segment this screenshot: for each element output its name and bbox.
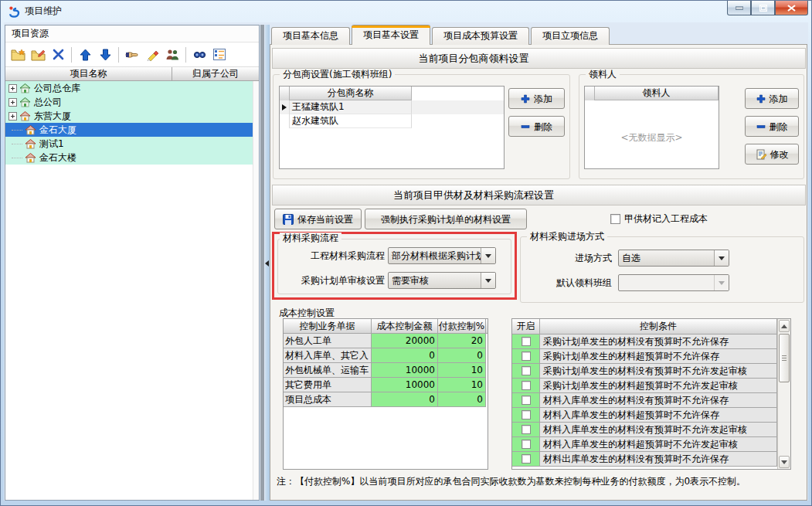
minimize-button[interactable] [727, 1, 751, 15]
tree-item[interactable]: 金石大楼 [5, 151, 253, 165]
users-icon[interactable] [162, 45, 182, 65]
condition-checkbox[interactable] [522, 410, 531, 419]
picker-table: 领料人 <无数据显示> [584, 86, 719, 169]
app-icon [8, 5, 20, 18]
flow-dropdown-0[interactable]: 部分材料根据采购计划 [388, 247, 496, 264]
tab-1[interactable]: 项目基本设置 [352, 25, 430, 45]
condition-checkbox[interactable] [522, 381, 531, 390]
toolbar-separator [71, 47, 72, 63]
cost-row[interactable]: 外包人工单2000020 [284, 334, 488, 348]
entry-dropdown-0[interactable]: 自选 [618, 250, 729, 267]
cost-doc-cell: 外包人工单 [284, 334, 372, 348]
cost-amount-cell[interactable]: 20000 [372, 334, 438, 348]
cost-amount-cell[interactable]: 10000 [372, 378, 438, 392]
cost-amount-cell[interactable]: 0 [372, 392, 438, 407]
flow-dropdown-1[interactable]: 需要审核 [388, 272, 496, 289]
subcontractor-row[interactable]: 王猛建筑队1 [280, 100, 504, 114]
move-up-icon[interactable] [75, 45, 95, 65]
picker-add-button[interactable]: 添加 [745, 88, 799, 109]
cost-col-pct: 付款控制% [438, 319, 486, 333]
expand-icon[interactable] [8, 98, 17, 107]
cost-pct-cell[interactable]: 10 [438, 363, 486, 378]
erase-edit-icon[interactable] [142, 45, 162, 65]
condition-row: 材料入库单发生的材料没有预算时不允许保存 [512, 393, 790, 408]
plus-icon [756, 94, 766, 104]
cost-col-amount: 成本控制金额 [372, 319, 438, 333]
tree-item[interactable]: 金石大厦 [5, 123, 253, 137]
condition-checkbox[interactable] [522, 425, 531, 434]
cost-doc-cell: 项目总成本 [284, 392, 372, 407]
select-hand-icon[interactable] [122, 45, 142, 65]
edit-folder-icon[interactable] [28, 45, 48, 65]
cost-amount-cell[interactable]: 10000 [372, 363, 438, 378]
picker-modify-button[interactable]: 修改 [745, 144, 799, 165]
tree-scroll-strip[interactable] [253, 81, 259, 500]
cost-row[interactable]: 其它费用单1000010 [284, 378, 488, 392]
tab-3[interactable]: 项目立项信息 [531, 27, 610, 45]
search-icon[interactable] [189, 45, 209, 65]
conditions-scrollbar[interactable] [777, 319, 790, 469]
condition-text: 材料入库单发生的材料超预算时不允许保存 [540, 408, 777, 423]
owner-material-cost-checkbox-row: 甲供材记入工程成本 [610, 212, 708, 226]
tab-2[interactable]: 项目成本预算设置 [432, 27, 529, 45]
tree-item[interactable]: 测试1 [5, 137, 253, 151]
condition-checkbox[interactable] [522, 366, 531, 375]
condition-text: 采购计划单发生的材料超预算时不允许保存 [540, 349, 777, 364]
subcontractor-group: 分包商设置(施工领料班组) 分包商名称 王猛建筑队1赵水建筑队 添加 [273, 74, 570, 179]
view-list-icon[interactable] [209, 45, 229, 65]
subcontractor-add-button[interactable]: 添加 [508, 88, 565, 109]
cost-amount-cell[interactable]: 0 [372, 348, 438, 363]
project-resource-panel: 项目资源 项目名称 归属子公司 公司总仓库总公司东营大厦金石大厦测试1金石大楼 [5, 25, 260, 501]
expand-icon[interactable] [8, 112, 17, 121]
condition-checkbox[interactable] [522, 337, 531, 346]
cost-pct-cell[interactable]: 20 [438, 334, 486, 348]
close-button[interactable] [775, 1, 808, 15]
dropdown-arrow-icon[interactable] [481, 273, 495, 288]
cost-row[interactable]: 项目总成本00 [284, 392, 488, 407]
entry-dropdown-1[interactable] [618, 274, 729, 291]
condition-row: 采购计划单发生的材料没有预算时不允许保存 [512, 335, 790, 349]
owner-material-cost-checkbox[interactable] [610, 214, 620, 224]
condition-text: 采购计划单发生的材料没有预算时不允许保存 [540, 335, 777, 349]
picker-delete-button[interactable]: 删除 [745, 116, 799, 137]
tree-item[interactable]: 总公司 [5, 95, 253, 109]
scroll-down-icon[interactable] [779, 456, 790, 468]
cond-col-condition: 控制条件 [540, 319, 777, 334]
cond-col-on: 开启 [512, 319, 540, 334]
tree-item[interactable]: 公司总仓库 [5, 81, 253, 95]
condition-checkbox[interactable] [522, 440, 531, 449]
subcontractor-row[interactable]: 赵水建筑队 [280, 114, 504, 128]
panel-splitter[interactable] [260, 25, 270, 501]
cost-row[interactable]: 外包机械单、运输车1000010 [284, 363, 488, 378]
delete-icon[interactable] [48, 45, 68, 65]
subcontractor-rows: 王猛建筑队1赵水建筑队 [280, 100, 504, 128]
cost-pct-cell[interactable]: 0 [438, 392, 486, 407]
cost-rows: 外包人工单2000020材料入库单、其它入00外包机械单、运输车1000010其… [284, 334, 488, 407]
scroll-up-icon[interactable] [779, 320, 790, 332]
tab-0[interactable]: 项目基本信息 [271, 27, 350, 45]
tree-item[interactable]: 东营大厦 [5, 109, 253, 123]
no-data-text: <无数据显示> [585, 131, 719, 144]
subcontractor-delete-button[interactable]: 删除 [508, 116, 565, 137]
cost-row[interactable]: 材料入库单、其它入00 [284, 348, 488, 363]
dropdown-arrow-icon[interactable] [714, 250, 729, 266]
maximize-button[interactable] [751, 1, 775, 15]
collapse-arrow-icon[interactable] [265, 260, 269, 267]
move-down-icon[interactable] [95, 45, 115, 65]
force-apply-button[interactable]: 强制执行采购计划单的材料设置 [365, 209, 527, 229]
column-project-name: 项目名称 [5, 67, 172, 80]
dropdown-arrow-icon[interactable] [481, 248, 495, 263]
picker-group: 领料人 领料人 <无数据显示> 添加 删除 [579, 74, 804, 179]
condition-checkbox[interactable] [522, 351, 531, 361]
tree-item-label: 金石大楼 [39, 151, 76, 165]
condition-checkbox[interactable] [522, 454, 531, 464]
scrollbar-thumb[interactable] [779, 334, 790, 382]
cost-pct-cell[interactable]: 10 [438, 378, 486, 392]
plus-icon [521, 94, 530, 104]
new-folder-icon[interactable] [8, 45, 28, 65]
condition-text: 采购计划单发生的材料没有预算时不允许发起审核 [540, 364, 777, 379]
cost-pct-cell[interactable]: 0 [438, 348, 486, 363]
save-settings-button[interactable]: 保存当前设置 [274, 209, 362, 229]
condition-checkbox[interactable] [522, 396, 531, 405]
expand-icon[interactable] [8, 84, 17, 93]
